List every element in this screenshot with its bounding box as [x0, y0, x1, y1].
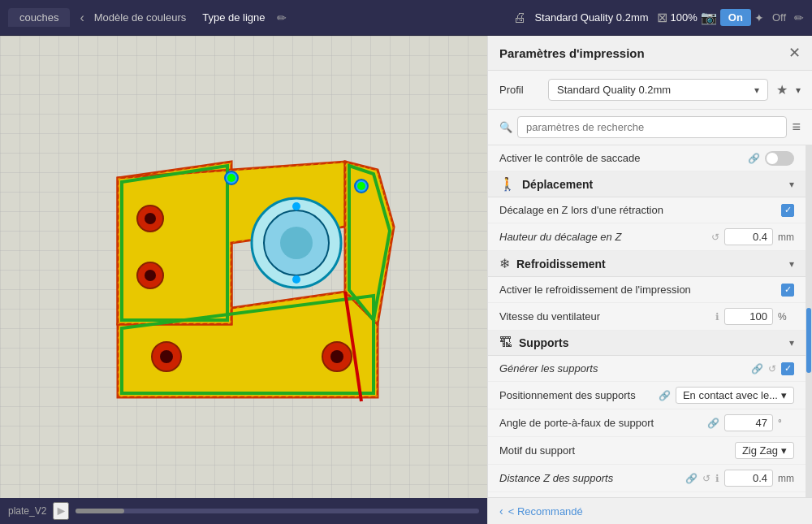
top-bar-left: couches ‹ Modèle de couleurs Type de lig…	[8, 8, 507, 27]
setting-row-motif: Motif du support Zig Zag ▾	[488, 437, 806, 465]
profil-label: Profil	[499, 84, 540, 96]
unit-distance-z: mm	[778, 473, 794, 484]
camera-icon: 📷	[701, 10, 717, 25]
horizontal-scrollbar[interactable]	[76, 509, 479, 513]
sparkle-icon[interactable]: ✦	[754, 11, 764, 24]
setting-row-controle: Activer le contrôle de saccade 🔗	[488, 145, 806, 171]
link-icon-generer[interactable]: 🔗	[751, 363, 763, 375]
section-deplacement[interactable]: 🚶 Déplacement ▾	[488, 171, 806, 197]
main-layout: plate_V2 ► Paramètres d'impression ✕ Pro…	[0, 36, 812, 524]
input-angle[interactable]	[724, 414, 773, 431]
link-icon-positionnement[interactable]: 🔗	[659, 390, 671, 401]
svg-point-18	[145, 213, 156, 224]
pencil-icon[interactable]: ✏	[794, 11, 804, 24]
breadcrumb-modele: Modèle de couleurs	[94, 11, 186, 24]
scroll-thumb[interactable]	[806, 308, 811, 373]
deplacement-icon: 🚶	[499, 176, 516, 192]
svg-point-16	[330, 350, 343, 363]
panel-title: Paramètres d'impression	[499, 46, 645, 60]
svg-point-20	[145, 270, 156, 281]
panel-body: Activer le contrôle de saccade 🔗 🚶 Dépla…	[488, 145, 812, 497]
search-icon: 🔍	[499, 121, 512, 133]
search-row: 🔍 ≡	[488, 110, 812, 145]
label-ventilateur: Vitesse du ventilateur	[499, 310, 710, 323]
info-icon-distance-z[interactable]: ℹ	[715, 473, 719, 484]
settings-list: Activer le contrôle de saccade 🔗 🚶 Dépla…	[488, 145, 806, 497]
recommend-chevron-icon: ‹	[499, 505, 503, 518]
link-icon-distance-z[interactable]: 🔗	[685, 473, 698, 484]
link-icon-controle[interactable]: 🔗	[748, 153, 760, 164]
deplacement-chevron: ▾	[789, 179, 794, 190]
breadcrumb-type: Type de ligne	[202, 11, 265, 24]
setting-row-ventilateur: Vitesse du ventilateur ℹ %	[488, 303, 806, 331]
label-decalage-z: Décalage en Z lors d'une rétraction	[499, 204, 776, 216]
label-generer: Générer les supports	[499, 362, 746, 375]
info-icon-ventilateur[interactable]: ℹ	[715, 311, 719, 323]
tab-couches[interactable]: couches	[8, 8, 70, 27]
checkmark-generer: ✓	[784, 363, 792, 374]
profil-select[interactable]: Standard Quality 0.2mm ▾	[548, 79, 768, 101]
checkbox-decalage-z[interactable]: ✓	[781, 204, 794, 217]
close-button[interactable]: ✕	[788, 44, 801, 62]
part-svg	[69, 97, 443, 470]
off-button[interactable]: Off	[767, 9, 791, 26]
svg-point-14	[160, 350, 173, 363]
svg-point-30	[292, 275, 300, 284]
svg-point-27	[227, 174, 235, 182]
settings-panel: Paramètres d'impression ✕ Profil Standar…	[487, 36, 812, 524]
link-icon-angle[interactable]: 🔗	[707, 418, 719, 429]
profil-row: Profil Standard Quality 0.2mm ▾ ★ ▾	[488, 71, 812, 110]
unit-ventilateur: %	[778, 311, 794, 323]
reset-icon-generer[interactable]: ↺	[768, 363, 776, 375]
scrollbar-thumb[interactable]	[76, 509, 124, 513]
refroidissement-icon: ❄	[499, 256, 510, 271]
profil-chevron: ▾	[754, 84, 759, 96]
deplacement-title: Déplacement	[522, 178, 789, 191]
setting-row-refroid: Activer le refroidissement de l'impressi…	[488, 277, 806, 303]
reset-icon-distance-z[interactable]: ↺	[702, 473, 710, 484]
refroidissement-chevron: ▾	[789, 258, 794, 270]
setting-row-generer: Générer les supports 🔗 ↺ ✓	[488, 356, 806, 382]
dropdown-positionnement-value: En contact avec le...	[683, 389, 778, 401]
vertical-scrollbar[interactable]	[806, 145, 812, 497]
quality-label: Standard Quality 0.2mm	[534, 11, 648, 24]
label-motif: Motif du support	[499, 444, 730, 457]
printer-icon: 🖨	[513, 11, 526, 25]
supports-chevron: ▾	[789, 337, 794, 349]
dropdown-motif-chevron: ▾	[781, 444, 787, 457]
input-hauteur[interactable]	[724, 228, 773, 245]
on-button[interactable]: On	[720, 9, 751, 26]
section-refroidissement[interactable]: ❄ Refroidissement ▾	[488, 251, 806, 277]
setting-row-distance-z: Distance Z des supports 🔗 ↺ ℹ mm	[488, 465, 806, 492]
reset-icon-hauteur[interactable]: ↺	[711, 232, 719, 243]
checkbox-generer[interactable]: ✓	[781, 362, 794, 375]
input-ventilateur[interactable]	[724, 308, 773, 325]
star-button[interactable]: ★	[776, 82, 788, 97]
checkbox-refroid[interactable]: ✓	[781, 284, 794, 297]
menu-icon[interactable]: ≡	[792, 119, 801, 136]
play-button[interactable]: ►	[53, 502, 69, 520]
percent-label: 100%	[671, 11, 698, 24]
edit-icon[interactable]: ✏	[277, 11, 287, 24]
toggle-controle[interactable]	[765, 151, 794, 166]
tab-back-button[interactable]: ‹	[75, 9, 89, 27]
dropdown-positionnement[interactable]: En contact avec le... ▾	[676, 387, 794, 404]
recommend-label: < Recommandé	[508, 505, 583, 518]
search-input[interactable]	[517, 116, 787, 138]
profil-expand-chevron[interactable]: ▾	[796, 84, 801, 96]
unit-angle: °	[778, 418, 794, 429]
dropdown-motif[interactable]: Zig Zag ▾	[735, 442, 794, 459]
bottom-bar: plate_V2 ►	[0, 498, 487, 524]
label-refroid: Activer le refroidissement de l'impressi…	[499, 284, 776, 296]
refroidissement-title: Refroidissement	[516, 258, 789, 271]
section-supports[interactable]: 🏗 Supports ▾	[488, 331, 806, 356]
viewport-panel: plate_V2 ►	[0, 36, 487, 524]
recommend-button[interactable]: ‹ < Recommandé	[499, 505, 583, 518]
svg-point-29	[292, 202, 300, 210]
setting-label-controle: Activer le contrôle de saccade	[499, 152, 743, 164]
input-distance-z[interactable]	[724, 470, 773, 487]
dropdown-motif-value: Zig Zag	[742, 444, 778, 457]
label-positionnement: Positionnement des supports	[499, 389, 654, 401]
setting-row-angle: Angle de porte-à-faux de support 🔗 °	[488, 409, 806, 437]
dropdown-positionnement-chevron: ▾	[781, 389, 787, 401]
